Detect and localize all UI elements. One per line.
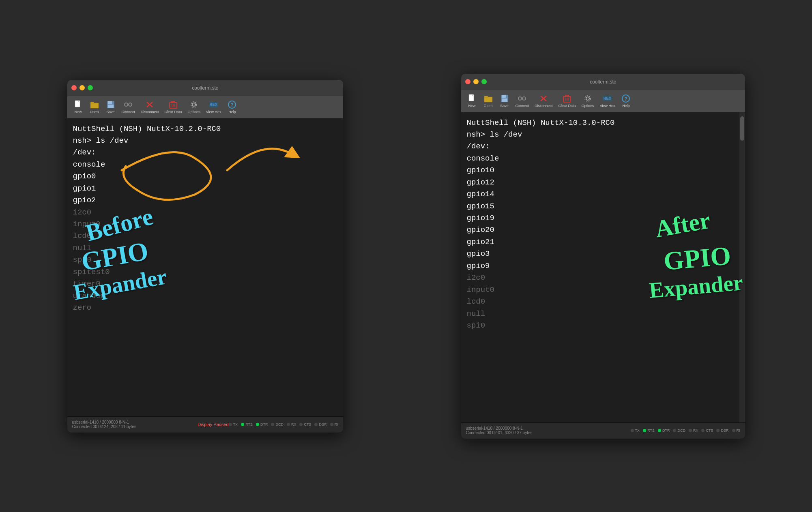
left-timer0: timer0 [73,278,337,290]
left-dcd-indicator: DCD [271,422,284,426]
left-urandom: urandom [73,290,337,302]
left-rx-indicator: RX [287,422,296,426]
svg-rect-28 [502,95,506,98]
left-new-button[interactable]: New [71,99,86,116]
right-open-button[interactable]: Open [481,92,496,109]
right-disconnect-icon [539,94,548,103]
right-status-bar: usbserial-1410 / 2000000 8-N-1 Connected… [461,422,745,439]
right-connect-button[interactable]: Connect [513,92,532,109]
left-cleardata-button[interactable]: Clear Data [162,99,185,116]
left-ri-label: RI [335,422,338,426]
right-options-label: Options [582,104,594,108]
left-terminal-window: coolterm.stc New [67,80,343,433]
right-minimize-button[interactable] [473,79,479,84]
left-spitest0: spitest0 [73,266,337,278]
left-options-button[interactable]: Options [185,99,203,116]
right-dsr-indicator: DSR [716,428,728,433]
svg-point-8 [129,103,132,106]
right-options-icon [583,94,592,103]
left-help-button[interactable]: ? Help [224,99,240,116]
right-scrollbar-thumb[interactable] [740,116,744,141]
left-status-info: usbserial-1410 / 2000000 8-N-1 Connected… [72,420,198,429]
left-connection-time: Connected 00:02:24, 208 / 11 bytes [72,424,198,429]
right-cleardata-label: Clear Data [559,104,576,108]
left-disconnect-button[interactable]: Disconnect [138,99,161,116]
left-lcd0: lcd0 [73,230,337,242]
right-status-info: usbserial-1410 / 2000000 8-N-1 Connected… [466,426,631,435]
left-viewhex-button[interactable]: HEX View Hex [204,99,224,116]
right-new-button[interactable]: New [464,92,480,109]
svg-text:?: ? [625,96,627,102]
left-connect-button[interactable]: Connect [119,99,138,116]
right-ri-indicator: RI [732,428,740,433]
right-i2c0: i2c0 [467,272,739,284]
svg-rect-3 [90,102,94,104]
left-cts-label: CTS [304,422,311,426]
right-terminal-window: coolterm.stc New [461,74,745,439]
right-help-button[interactable]: ? Help [618,92,634,109]
right-gpio9: gpio9 [467,260,739,272]
left-minimize-button[interactable] [79,85,85,90]
right-spi0: spi0 [467,320,739,332]
left-options-icon [189,100,198,109]
right-indicators: TX RTS DTR DCD RX [631,428,740,433]
left-dtr-indicator: DTR [256,422,268,426]
left-input0: input0 [73,219,337,230]
left-terminal-text: NuttShell (NSH) NuttX-10.2.0-RC0 nsh> ls… [73,123,337,314]
right-disconnect-button[interactable]: Disconnect [532,92,555,109]
right-viewhex-label: View Hex [600,104,615,108]
left-help-icon: ? [228,100,236,109]
left-close-button[interactable] [71,85,77,90]
right-gpio15: gpio15 [467,201,739,212]
right-save-icon [500,94,509,103]
right-cts-indicator: CTS [701,428,713,433]
left-dcd-dot [271,423,274,426]
left-dsr-dot [314,423,318,426]
right-terminal-content: NuttShell (NSH) NuttX-10.3.0-RC0 nsh> ls… [461,112,745,422]
right-new-label: New [468,104,475,108]
right-save-label: Save [500,104,509,108]
right-connection-time: Connected 00:02:01, 4320 / 37 bytes [466,431,631,435]
right-gpio19: gpio19 [467,212,739,224]
right-window-title: coolterm.stc [590,79,616,85]
right-input0: input0 [467,284,739,296]
left-new-label: New [74,110,82,114]
right-rx-dot [689,429,692,432]
left-cleardata-label: Clear Data [165,110,182,114]
svg-rect-29 [502,99,507,102]
right-null: null [467,308,739,320]
right-new-icon [468,94,477,103]
left-connect-icon [124,100,133,109]
left-cts-dot [299,423,303,426]
left-disconnect-label: Disconnect [141,110,159,114]
right-line-2: nsh> ls /dev [467,129,739,141]
left-maximize-button[interactable] [88,85,93,90]
right-gpio14: gpio14 [467,189,739,200]
right-close-button[interactable] [465,79,470,84]
right-cleardata-button[interactable]: Clear Data [556,92,578,109]
right-dcd-dot [673,429,676,432]
left-line-3: /dev: [73,147,337,159]
right-maximize-button[interactable] [481,79,487,84]
right-viewhex-button[interactable]: HEX View Hex [597,92,618,109]
left-ri-dot [330,423,333,426]
right-scrollbar[interactable] [739,112,745,422]
left-save-label: Save [106,110,115,114]
left-rts-label: RTS [245,422,253,426]
right-save-button[interactable]: Save [497,92,512,109]
left-display-paused: Display Paused [198,422,228,427]
left-open-button[interactable]: Open [87,99,102,116]
left-gpio1: gpio1 [73,183,337,195]
left-save-button[interactable]: Save [103,99,118,116]
left-title-bar: coolterm.stc [67,80,343,96]
right-tx-label: TX [635,428,640,433]
right-disconnect-label: Disconnect [535,104,553,108]
right-tx-indicator: TX [631,428,640,433]
right-options-button[interactable]: Options [579,92,597,109]
right-help-icon: ? [621,94,630,103]
right-gpio12: gpio12 [467,177,739,189]
left-save-icon [106,100,115,109]
left-viewhex-label: View Hex [206,110,221,114]
left-tx-dot [229,423,232,426]
svg-point-31 [522,97,526,100]
